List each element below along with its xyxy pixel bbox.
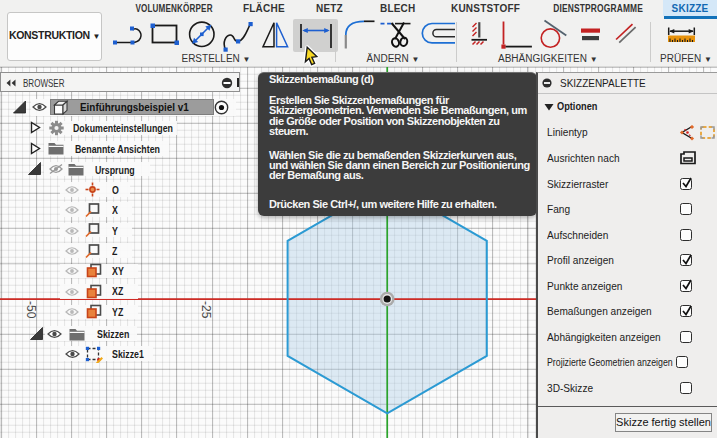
svg-text:-50: -50 [24,301,38,319]
svg-text:-25: -25 [199,301,213,319]
